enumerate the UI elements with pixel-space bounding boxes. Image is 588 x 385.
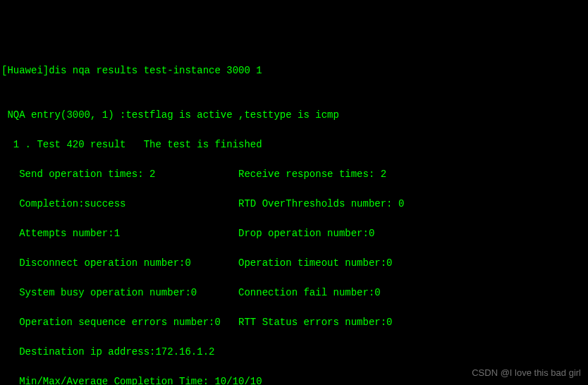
test420-disconnect: Disconnect operation number:0 Operation … xyxy=(1,256,587,271)
test420-send-recv: Send operation times: 2 Receive response… xyxy=(1,167,587,182)
test420-seq: Operation sequence errors number:0 RTT S… xyxy=(1,315,587,330)
test420-busy: System busy operation number:0 Connectio… xyxy=(1,286,587,300)
command-line: [Huawei]dis nqa results test-instance 30… xyxy=(1,63,587,78)
test420-completion: Completion:success RTD OverThresholds nu… xyxy=(1,197,587,212)
test420-header: 1 . Test 420 result The test is finished xyxy=(1,138,587,152)
test420-attempts: Attempts number:1 Drop operation number:… xyxy=(1,226,587,241)
test420-dest: Destination ip address:172.16.1.2 xyxy=(1,345,587,360)
entry-header: NQA entry(3000, 1) :testflag is active ,… xyxy=(1,108,587,123)
watermark-text: CSDN @I love this bad girl xyxy=(472,366,581,380)
